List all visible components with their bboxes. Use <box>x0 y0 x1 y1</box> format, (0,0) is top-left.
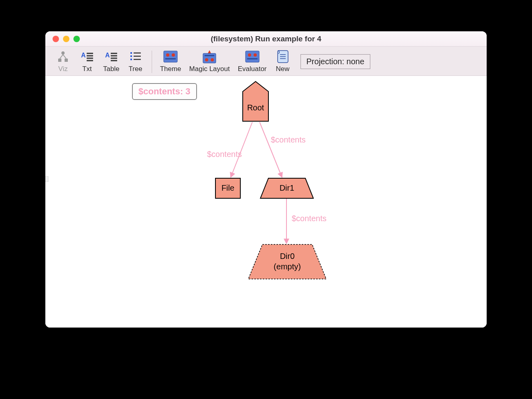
visualization-canvas[interactable]: $contents: 3 <box>45 76 487 328</box>
svg-line-3 <box>60 55 63 59</box>
svg-rect-2 <box>65 59 68 62</box>
evaluator-label: Evaluator <box>238 65 267 73</box>
node-dir0[interactable] <box>248 244 326 279</box>
svg-point-0 <box>61 51 65 55</box>
table-button[interactable]: A Table <box>99 50 124 73</box>
projection-selector[interactable]: Projection: none <box>301 54 371 69</box>
svg-line-4 <box>63 55 66 59</box>
svg-rect-25 <box>203 53 216 63</box>
txt-button[interactable]: A Txt <box>75 50 99 73</box>
tree-icon <box>128 50 144 63</box>
magic-layout-label: Magic Layout <box>189 65 230 73</box>
table-icon: A <box>103 50 119 63</box>
txt-icon: A <box>79 50 95 63</box>
svg-point-31 <box>254 53 257 57</box>
theme-icon <box>162 50 179 63</box>
node-dir1[interactable] <box>260 178 313 198</box>
edge-root-file <box>231 122 252 177</box>
magic-layout-button[interactable]: Magic Layout <box>185 50 234 73</box>
viz-label: Viz <box>58 65 67 73</box>
toolbar: Viz A Txt A <box>45 47 487 76</box>
minimize-icon[interactable] <box>63 36 69 42</box>
svg-point-22 <box>166 53 169 57</box>
viz-icon <box>55 50 71 63</box>
svg-rect-1 <box>58 59 61 62</box>
svg-point-30 <box>248 53 251 57</box>
svg-rect-36 <box>215 178 240 198</box>
new-label: New <box>276 65 290 73</box>
edge-root-dir1 <box>260 122 282 177</box>
evaluator-button[interactable]: Evaluator <box>234 50 271 73</box>
svg-rect-16 <box>130 55 132 57</box>
titlebar[interactable]: (filesystem) Run example for 4 <box>45 31 487 47</box>
tree-button[interactable]: Tree <box>124 50 148 73</box>
svg-rect-29 <box>246 51 259 62</box>
graph-svg <box>45 76 487 328</box>
svg-rect-32 <box>247 58 258 59</box>
theme-label: Theme <box>160 65 181 73</box>
evaluator-icon <box>244 50 260 63</box>
svg-point-26 <box>205 58 208 61</box>
svg-point-23 <box>172 53 175 57</box>
app-window: (filesystem) Run example for 4 Viz A <box>45 31 487 328</box>
magic-layout-icon <box>201 50 217 63</box>
tree-label: Tree <box>128 65 142 73</box>
svg-text:A: A <box>105 52 110 59</box>
window-controls <box>45 36 80 42</box>
toolbar-separator <box>152 51 152 73</box>
new-button[interactable]: New <box>271 50 295 73</box>
svg-point-27 <box>211 58 214 61</box>
svg-rect-17 <box>130 59 132 60</box>
table-label: Table <box>103 65 120 73</box>
node-file[interactable] <box>215 178 240 198</box>
svg-rect-24 <box>165 58 176 59</box>
node-root[interactable] <box>243 81 268 121</box>
close-icon[interactable] <box>53 36 59 42</box>
svg-rect-21 <box>164 51 177 62</box>
new-icon <box>275 50 291 63</box>
viz-button[interactable]: Viz <box>51 50 75 73</box>
window-title: (filesystem) Run example for 4 <box>45 35 487 43</box>
svg-rect-28 <box>205 55 214 56</box>
svg-rect-15 <box>130 52 132 54</box>
txt-label: Txt <box>82 65 92 73</box>
svg-text:A: A <box>81 52 86 59</box>
zoom-icon[interactable] <box>73 36 80 42</box>
theme-button[interactable]: Theme <box>156 50 185 73</box>
